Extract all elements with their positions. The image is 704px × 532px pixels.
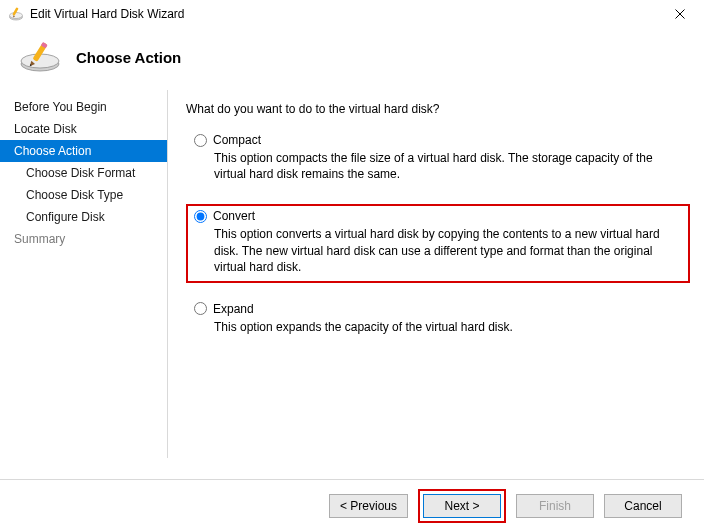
titlebar: Edit Virtual Hard Disk Wizard — [0, 0, 704, 28]
finish-button: Finish — [516, 494, 594, 518]
app-icon — [8, 6, 24, 22]
option-expand: Expand This option expands the capacity … — [186, 297, 690, 343]
wizard-header: Choose Action — [0, 28, 704, 90]
step-locate-disk[interactable]: Locate Disk — [0, 118, 167, 140]
radio-convert[interactable] — [194, 210, 207, 223]
step-summary[interactable]: Summary — [0, 228, 167, 250]
option-expand-label: Expand — [213, 302, 254, 316]
wizard-footer: < Previous Next > Finish Cancel — [0, 480, 704, 532]
svg-point-1 — [10, 13, 23, 19]
wizard-steps-sidebar: Before You Begin Locate Disk Choose Acti… — [0, 90, 168, 458]
wizard-body: Before You Begin Locate Disk Choose Acti… — [0, 90, 704, 458]
step-choose-disk-format[interactable]: Choose Disk Format — [0, 162, 167, 184]
step-choose-action[interactable]: Choose Action — [0, 140, 167, 162]
option-convert: Convert This option converts a virtual h… — [186, 204, 690, 283]
step-configure-disk[interactable]: Configure Disk — [0, 206, 167, 228]
option-expand-description: This option expands the capacity of the … — [214, 319, 684, 335]
close-button[interactable] — [662, 2, 698, 26]
option-expand-row[interactable]: Expand — [192, 302, 684, 316]
page-title: Choose Action — [76, 49, 181, 66]
step-choose-disk-type[interactable]: Choose Disk Type — [0, 184, 167, 206]
next-button-highlight: Next > — [418, 489, 506, 523]
option-compact: Compact This option compacts the file si… — [186, 128, 690, 190]
window-title: Edit Virtual Hard Disk Wizard — [30, 7, 662, 21]
option-convert-row[interactable]: Convert — [192, 209, 684, 223]
option-compact-label: Compact — [213, 133, 261, 147]
step-before-you-begin[interactable]: Before You Begin — [0, 96, 167, 118]
wizard-content: What do you want to do to the virtual ha… — [168, 90, 704, 458]
next-button[interactable]: Next > — [423, 494, 501, 518]
radio-expand[interactable] — [194, 302, 207, 315]
radio-compact[interactable] — [194, 134, 207, 147]
previous-button[interactable]: < Previous — [329, 494, 408, 518]
content-prompt: What do you want to do to the virtual ha… — [186, 102, 690, 116]
close-icon — [675, 9, 685, 19]
option-compact-row[interactable]: Compact — [192, 133, 684, 147]
option-convert-label: Convert — [213, 209, 255, 223]
hard-disk-pencil-icon — [18, 42, 62, 72]
option-convert-description: This option converts a virtual hard disk… — [214, 226, 684, 275]
cancel-button[interactable]: Cancel — [604, 494, 682, 518]
option-compact-description: This option compacts the file size of a … — [214, 150, 684, 182]
